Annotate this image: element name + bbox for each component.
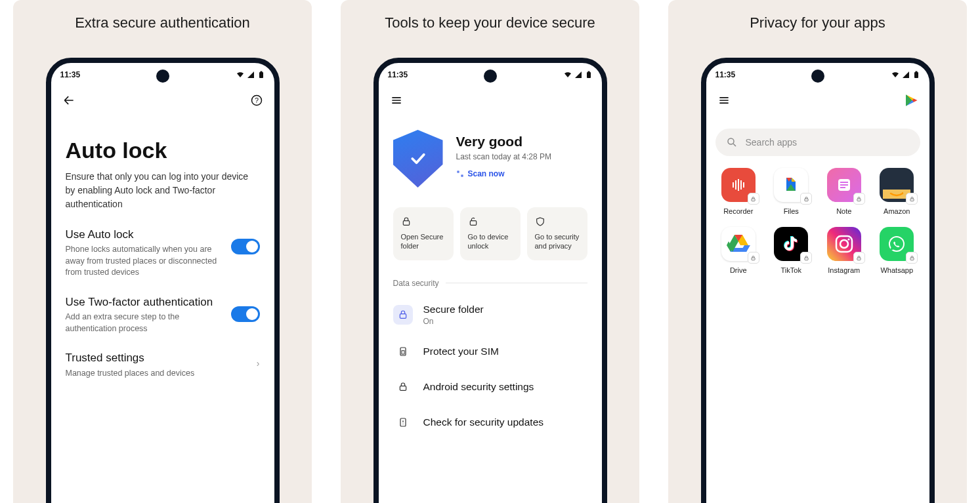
scan-label: Scan now [468, 169, 505, 178]
status-icons [564, 71, 593, 79]
setting-title: Trusted settings [66, 352, 249, 365]
setting-two-factor[interactable]: Use Two-factor authentication Add an ext… [66, 296, 260, 334]
chevron-right-icon: › [257, 358, 260, 369]
toggle-auto-lock[interactable] [231, 239, 260, 254]
svg-point-17 [728, 138, 734, 144]
list-title: Check for security updates [423, 416, 587, 428]
app-item-amazon[interactable]: Amazon [874, 168, 920, 215]
scan-now-button[interactable]: Scan now [456, 169, 551, 178]
menu-button[interactable] [389, 93, 404, 108]
lock-icon [393, 305, 413, 325]
list-row[interactable]: Protect your SIM [393, 334, 587, 369]
app-item-instagram[interactable]: Instagram [821, 227, 868, 274]
battery-icon [257, 71, 265, 79]
app-icon [721, 168, 756, 202]
unlock-icon [468, 216, 479, 227]
list-sub: On [423, 317, 587, 326]
search-placeholder: Search apps [746, 137, 798, 148]
setting-title: Use Auto lock [66, 228, 223, 241]
svg-rect-42 [752, 258, 755, 260]
status-icons [891, 71, 920, 79]
card-device-unlock[interactable]: Go to device unlock [460, 207, 521, 260]
sim-icon [393, 342, 413, 361]
help-icon: ? [250, 94, 263, 107]
svg-rect-6 [458, 171, 459, 172]
svg-rect-28 [840, 182, 848, 183]
app-item-drive[interactable]: Drive [715, 227, 762, 274]
svg-text:?: ? [254, 96, 258, 104]
svg-rect-44 [836, 236, 852, 252]
list-title: Secure folder [423, 304, 587, 315]
hero-title: Very good [456, 134, 551, 150]
phone-icon [393, 412, 413, 432]
list-row[interactable]: Android security settings [393, 369, 587, 405]
svg-rect-4 [587, 72, 591, 78]
shield-icon [393, 130, 443, 188]
help-button[interactable]: ? [249, 93, 264, 108]
lock-badge-icon [748, 252, 759, 264]
lock-badge-icon [800, 252, 812, 264]
page-subtitle: Ensure that only you can log into your d… [66, 170, 260, 211]
phone-mockup: 11:35 Search apps [701, 58, 935, 503]
scan-icon [456, 170, 464, 178]
list-row[interactable]: Check for security updates [393, 405, 587, 440]
signal-icon [574, 71, 582, 79]
svg-rect-26 [805, 199, 808, 201]
battery-icon [585, 71, 593, 79]
wifi-icon [891, 71, 899, 79]
hamburger-icon [717, 94, 731, 107]
search-icon [726, 136, 738, 148]
lock-badge-icon [853, 252, 865, 264]
hero-subtitle: Last scan today at 4:28 PM [456, 152, 551, 161]
app-icon [880, 168, 914, 202]
card-label: Open Secure folder [401, 233, 444, 250]
app-label: Files [784, 207, 799, 215]
svg-rect-43 [805, 258, 808, 260]
app-label: Drive [730, 266, 747, 274]
wifi-icon [564, 71, 572, 79]
search-input[interactable]: Search apps [715, 129, 920, 156]
list-row[interactable]: Secure folder On [393, 296, 587, 334]
status-time: 11:35 [388, 70, 408, 79]
status-bar: 11:35 [706, 66, 929, 84]
setting-desc: Add an extra secure step to the authenti… [66, 312, 223, 334]
app-item-note[interactable]: Note [821, 168, 868, 215]
arrow-left-icon [62, 94, 75, 107]
wifi-icon [236, 71, 244, 79]
panel-caption: Privacy for your apps [736, 0, 899, 58]
app-item-files[interactable]: Files [768, 168, 815, 215]
panel-tools: Tools to keep your device secure 11:35 [341, 0, 639, 503]
app-item-recorder[interactable]: Recorder [715, 168, 762, 215]
panel-caption: Extra secure authentication [62, 0, 263, 58]
play-store-button[interactable] [905, 93, 919, 108]
svg-rect-47 [857, 258, 861, 260]
status-icons [236, 71, 265, 79]
lock-badge-icon [800, 193, 812, 205]
setting-auto-lock[interactable]: Use Auto lock Phone locks automatically … [66, 228, 260, 279]
app-item-whatsapp[interactable]: Whatsapp [874, 227, 920, 274]
svg-rect-5 [587, 71, 589, 73]
app-icon [774, 227, 808, 261]
setting-desc: Phone locks automatically when you are a… [66, 244, 223, 279]
setting-trusted[interactable]: Trusted settings Manage trusted places a… [66, 352, 260, 379]
phone-mockup: 11:35 ? Auto lock Ensure that only you c… [46, 58, 280, 503]
phone-mockup: 11:35 Very good [373, 58, 607, 503]
svg-rect-29 [840, 184, 848, 186]
menu-button[interactable] [717, 93, 731, 108]
svg-rect-16 [915, 71, 917, 73]
app-label: Instagram [828, 266, 860, 274]
app-item-tiktok[interactable]: TikTok [768, 227, 815, 274]
toggle-two-factor[interactable] [231, 306, 260, 322]
list-title: Protect your SIM [423, 346, 587, 357]
status-bar: 11:35 [51, 66, 274, 84]
card-label: Go to device unlock [468, 233, 509, 250]
setting-title: Use Two-factor authentication [66, 296, 223, 309]
lock-badge-icon [906, 193, 918, 205]
app-label: Whatsapp [880, 266, 913, 274]
signal-icon [902, 71, 910, 79]
card-security-privacy[interactable]: Go to security and privacy [527, 207, 587, 260]
card-secure-folder[interactable]: Open Secure folder [393, 207, 454, 260]
back-button[interactable] [62, 93, 76, 108]
lock-icon [401, 216, 412, 227]
svg-rect-9 [470, 221, 476, 226]
